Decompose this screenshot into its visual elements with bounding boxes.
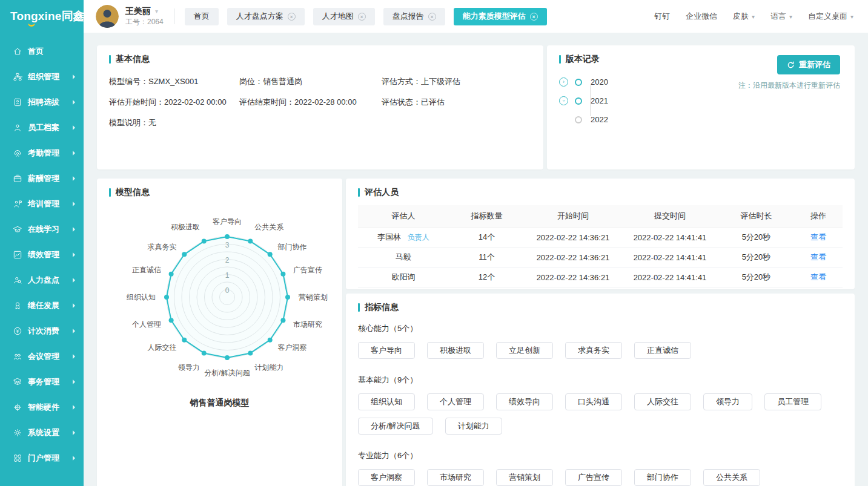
- portal-icon: [13, 453, 22, 463]
- top-link-wecom[interactable]: 企业微信: [686, 11, 717, 22]
- view-link[interactable]: 查看: [810, 272, 826, 281]
- close-icon[interactable]: ×: [288, 13, 296, 21]
- user-menu[interactable]: 王美丽 ▾: [125, 7, 164, 16]
- expand-right-icon[interactable]: ›: [559, 77, 568, 87]
- timeline-node: [575, 116, 582, 123]
- expand-down-icon[interactable]: ›: [559, 96, 568, 105]
- indicator-group: 基本能力（9个）组织认知个人管理绩效导向口头沟通人际交往领导力员工管理分析/解决…: [358, 375, 843, 435]
- title-bar: [358, 188, 360, 197]
- sidebar-item-recruit[interactable]: 招聘选拔: [0, 90, 84, 115]
- field-value: 无: [148, 118, 156, 127]
- info-field: 岗位：销售普通岗: [239, 76, 382, 87]
- sidebar-item-label: 智能硬件: [28, 402, 73, 413]
- refresh-icon: [787, 61, 795, 69]
- sidebar-item-hr-review[interactable]: 人力盘点: [0, 268, 84, 293]
- top-link-label: 自定义桌面: [808, 11, 847, 22]
- sidebar-item-attendance[interactable]: 考勤管理: [0, 140, 84, 166]
- svg-text:部门协作: 部门协作: [277, 243, 306, 251]
- indicator-tag[interactable]: 客户导向: [358, 342, 415, 359]
- evaluators-title: 评估人员: [365, 187, 399, 198]
- tab-label: 能力素质模型评估: [463, 11, 526, 22]
- top-link-custom-desktop[interactable]: 自定义桌面▾: [808, 11, 853, 22]
- indicators-title: 指标信息: [365, 302, 399, 313]
- evaluators-card: 评估人员 评估人指标数量开始时间提交时间评估时长操作李国林负责人14个2022-…: [346, 179, 855, 289]
- action-cell: 查看: [794, 268, 843, 287]
- view-link[interactable]: 查看: [810, 252, 826, 261]
- tab-talent-review-plan[interactable]: 人才盘点方案×: [227, 8, 305, 25]
- sidebar-item-succession[interactable]: 继任发展: [0, 293, 84, 318]
- sidebar-item-label: 绩效管理: [28, 249, 73, 260]
- top-link-dingtalk[interactable]: 钉钉: [654, 11, 670, 22]
- indicator-tag[interactable]: 市场研究: [427, 469, 484, 486]
- section-title: 基本信息: [109, 54, 531, 65]
- tab-label: 人才盘点方案: [236, 11, 283, 22]
- indicator-tag[interactable]: 口头沟通: [565, 393, 622, 410]
- sidebar-item-meeting[interactable]: 会议管理: [0, 344, 84, 369]
- indicator-tag[interactable]: 营销策划: [496, 469, 553, 486]
- top-link-skin[interactable]: 皮肤▾: [733, 11, 755, 22]
- sidebar-item-affairs[interactable]: 事务管理: [0, 369, 84, 395]
- sidebar-item-consumption[interactable]: 计次消费: [0, 318, 84, 344]
- table-header-row: 评估人指标数量开始时间提交时间评估时长操作: [358, 205, 843, 228]
- indicator-tag[interactable]: 绩效导向: [496, 393, 553, 410]
- sidebar-item-performance[interactable]: 绩效管理: [0, 242, 84, 268]
- top-link-language[interactable]: 语言▾: [770, 11, 792, 22]
- indicator-tag[interactable]: 个人管理: [427, 393, 484, 410]
- home-icon: [13, 47, 22, 56]
- view-link[interactable]: 查看: [810, 232, 826, 241]
- chevron-right-icon: [73, 227, 75, 232]
- tab-label: 盘点报告: [393, 11, 424, 22]
- field-value: 已评估: [421, 97, 445, 107]
- sidebar-item-home[interactable]: 首页: [0, 39, 84, 64]
- tab-competency-model-eval[interactable]: 能力素质模型评估×: [454, 8, 547, 25]
- tab-review-report[interactable]: 盘点报告×: [383, 8, 445, 25]
- close-icon[interactable]: ×: [428, 13, 436, 21]
- indicator-tag[interactable]: 积极进取: [427, 342, 484, 359]
- sidebar-item-salary[interactable]: 薪酬管理: [0, 166, 84, 191]
- topbar: 王美丽 ▾ 工号：2064 首页人才盘点方案×人才地图×盘点报告×能力素质模型评…: [84, 0, 868, 33]
- duration-cell: 5分20秒: [718, 268, 794, 287]
- top-link-label: 钉钉: [654, 11, 670, 22]
- avatar[interactable]: [96, 5, 119, 28]
- close-icon[interactable]: ×: [358, 13, 366, 21]
- sidebar-item-org[interactable]: 组织管理: [0, 64, 84, 90]
- indicator-tag-row: 客户洞察市场研究营销策划广告宣传部门协作公共关系: [358, 469, 843, 486]
- version-year[interactable]: 2022: [591, 115, 608, 124]
- indicator-tag[interactable]: 客户洞察: [358, 469, 415, 486]
- reevaluate-button[interactable]: 重新评估: [777, 55, 840, 74]
- indicator-tag[interactable]: 广告宣传: [565, 469, 622, 486]
- info-field: 评估开始时间：2022-02-02 00:00: [109, 97, 239, 108]
- indicator-tag[interactable]: 组织认知: [358, 393, 415, 410]
- sidebar-item-hardware[interactable]: 智能硬件: [0, 395, 84, 420]
- indicator-tag[interactable]: 员工管理: [764, 393, 821, 410]
- sidebar-item-training[interactable]: 培训管理: [0, 191, 84, 217]
- indicator-group-label: 基本能力（9个）: [358, 375, 843, 386]
- tab-talent-map[interactable]: 人才地图×: [313, 8, 375, 25]
- tab-home[interactable]: 首页: [185, 8, 219, 25]
- sidebar-item-portal[interactable]: 门户管理: [0, 445, 84, 471]
- indicator-tag[interactable]: 领导力: [703, 393, 752, 410]
- version-year[interactable]: 2020: [591, 77, 608, 87]
- title-bar: [109, 55, 111, 64]
- indicator-tag[interactable]: 正直诚信: [634, 342, 691, 359]
- sidebar-item-employee-file[interactable]: 员工档案: [0, 115, 84, 140]
- indicator-groups: 核心能力（5个）客户导向积极进取立足创新求真务实正直诚信基本能力（9个）组织认知…: [358, 323, 843, 486]
- version-year[interactable]: 2021: [591, 96, 608, 105]
- indicator-tag[interactable]: 立足创新: [496, 342, 553, 359]
- indicator-tag[interactable]: 求真务实: [565, 342, 622, 359]
- sidebar-item-online-learning[interactable]: 在线学习: [0, 217, 84, 242]
- indicator-tag[interactable]: 分析/解决问题: [358, 418, 433, 435]
- indicator-tag[interactable]: 部门协作: [634, 469, 691, 486]
- owner-tag-link[interactable]: 负责人: [408, 232, 429, 243]
- indicator-tag[interactable]: 计划能力: [445, 418, 502, 435]
- sidebar-item-settings[interactable]: 系统设置: [0, 420, 84, 445]
- indicator-tag[interactable]: 人际交往: [634, 393, 691, 410]
- column-header: 评估时长: [718, 205, 794, 228]
- field-value: 2022-02-28 00:00: [294, 97, 357, 107]
- indicator-tag[interactable]: 公共关系: [703, 469, 760, 486]
- attendance-icon: [13, 148, 22, 158]
- svg-text:分析/解决问题: 分析/解决问题: [204, 369, 250, 377]
- brand-logo[interactable]: Tongxine同鑫: [0, 0, 84, 33]
- close-icon[interactable]: ×: [530, 13, 538, 21]
- recruit-icon: [13, 97, 22, 107]
